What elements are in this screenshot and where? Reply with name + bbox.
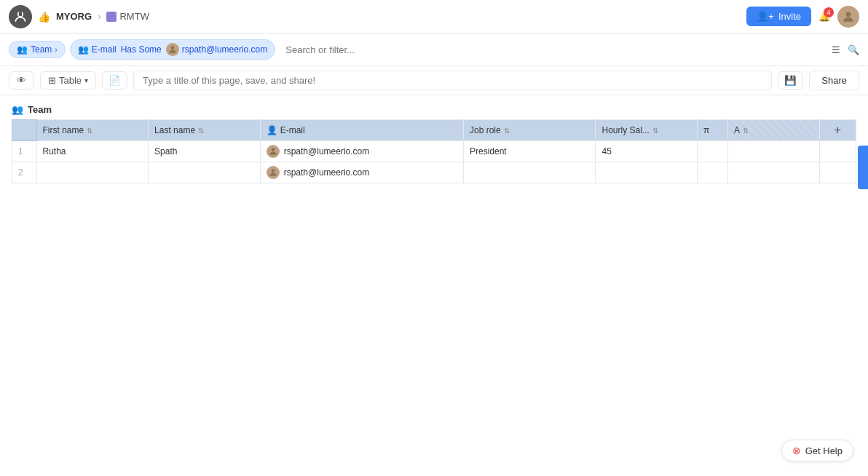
email-user-avatar	[166, 43, 179, 56]
row1-pi[interactable]	[698, 141, 728, 162]
invite-icon: 👤+	[757, 11, 774, 22]
svg-point-1	[846, 12, 851, 17]
search-icon[interactable]: 🔍	[848, 44, 859, 55]
email-col-person-icon: 👤	[267, 125, 277, 135]
row2-jobrole[interactable]	[463, 162, 596, 183]
page-icon	[106, 12, 117, 22]
table-area: 👥 Team First name ⇅ Last name ⇅	[0, 95, 868, 192]
row2-email[interactable]: rspath@lumeerio.com	[260, 162, 463, 183]
lastname-sort-icon: ⇅	[198, 127, 204, 135]
filter-bar-icons: ☰ 🔍	[832, 44, 859, 55]
filter-bar: 👥 Team › 👥 E-mail Has Some rspath@lumeer…	[0, 33, 868, 66]
view-table-button[interactable]: 👁	[9, 71, 34, 90]
breadcrumb-separator: ›	[98, 11, 100, 22]
list-view-icon[interactable]: ☰	[832, 44, 840, 55]
doc-view-button[interactable]: 📄	[102, 71, 127, 90]
row1-extra	[819, 141, 856, 162]
has-some-label: Has Some	[121, 44, 162, 55]
search-filter-input[interactable]	[280, 41, 827, 58]
table-row: 1 Rutha Spath rspath@lumeerio.com	[12, 141, 856, 162]
row2-email-avatar	[267, 166, 280, 179]
svg-point-3	[271, 148, 275, 151]
col-email-header[interactable]: 👤 E-mail	[260, 120, 463, 141]
save-button[interactable]: 💾	[778, 71, 803, 90]
col-firstname-header[interactable]: First name ⇅	[36, 120, 149, 141]
svg-point-4	[271, 169, 275, 172]
hourly-sort-icon: ⇅	[652, 127, 658, 135]
row2-pi[interactable]	[698, 162, 728, 183]
table-row: 2 rspath@lumeerio.com	[12, 162, 856, 183]
row1-lastname[interactable]: Spath	[149, 141, 261, 162]
row-num-header	[12, 120, 37, 141]
jobrole-sort-icon: ⇅	[504, 127, 510, 135]
likes-icon: 👍	[38, 11, 50, 23]
firstname-sort-icon: ⇅	[87, 127, 92, 135]
col-pi-header[interactable]: π	[698, 120, 728, 141]
row1-email[interactable]: rspath@lumeerio.com	[260, 141, 463, 162]
doc-icon: 📄	[108, 75, 121, 86]
row-number-1: 1	[12, 141, 37, 162]
row2-a[interactable]	[727, 162, 819, 183]
row2-hourly[interactable]	[596, 162, 698, 183]
team-chevron-icon: ›	[55, 46, 57, 54]
col-hourly-header[interactable]: Hourly Sal... ⇅	[596, 120, 698, 141]
row1-hourly[interactable]: 45	[596, 141, 698, 162]
eye-icon: 👁	[17, 75, 26, 86]
page-title-input[interactable]	[133, 71, 772, 90]
a-sort-icon: ⇅	[743, 127, 749, 135]
toolbar: 👁 ⊞ Table ▾ 📄 💾 Share	[0, 66, 868, 95]
row1-firstname[interactable]: Rutha	[36, 141, 149, 162]
col-add-header[interactable]: +	[819, 120, 856, 141]
row2-firstname[interactable]	[36, 162, 149, 183]
org-name[interactable]: MYORG	[56, 11, 92, 22]
invite-button[interactable]: 👤+ Invite	[746, 7, 811, 26]
notification-bell[interactable]: 🔔 4	[818, 11, 830, 22]
topnav-right: 👤+ Invite 🔔 4	[746, 6, 859, 28]
table-header-row: First name ⇅ Last name ⇅ 👤 E-mail	[12, 120, 856, 141]
group-people-icon: 👥	[12, 104, 23, 115]
email-people-icon: 👥	[78, 44, 89, 55]
table-group-header: 👥 Team	[12, 104, 856, 115]
team-icon: 👥	[17, 44, 28, 55]
save-icon: 💾	[784, 75, 797, 86]
table-view-button[interactable]: ⊞ Table ▾	[40, 71, 96, 90]
svg-point-2	[170, 46, 174, 49]
dropdown-chevron-icon: ▾	[84, 76, 88, 84]
data-table: First name ⇅ Last name ⇅ 👤 E-mail	[12, 119, 856, 183]
row2-lastname[interactable]	[149, 162, 261, 183]
user-avatar[interactable]	[837, 6, 859, 28]
col-a-header[interactable]: A ⇅	[727, 120, 819, 141]
page-name[interactable]: RMTW	[106, 11, 149, 22]
top-nav: 👍 MYORG › RMTW 👤+ Invite 🔔 4	[0, 0, 868, 33]
col-jobrole-header[interactable]: Job role ⇅	[463, 120, 596, 141]
topnav-left: 👍 MYORG › RMTW	[9, 5, 149, 28]
team-filter-tag[interactable]: 👥 Team ›	[9, 41, 66, 58]
add-column-button[interactable]: +	[835, 124, 841, 137]
col-lastname-header[interactable]: Last name ⇅	[149, 120, 261, 141]
email-filter-tag[interactable]: 👥 E-mail Has Some rspath@lumeerio.com	[70, 39, 276, 60]
share-button[interactable]: Share	[809, 71, 859, 90]
notification-count: 4	[824, 7, 834, 17]
row2-extra	[819, 162, 856, 183]
row1-email-avatar	[267, 145, 280, 158]
right-accent-bar[interactable]	[858, 146, 868, 189]
row1-a[interactable]	[727, 141, 819, 162]
app-avatar	[9, 5, 32, 28]
grid-icon: ⊞	[48, 75, 56, 86]
row-number-2: 2	[12, 162, 37, 183]
row1-jobrole[interactable]: President	[463, 141, 596, 162]
